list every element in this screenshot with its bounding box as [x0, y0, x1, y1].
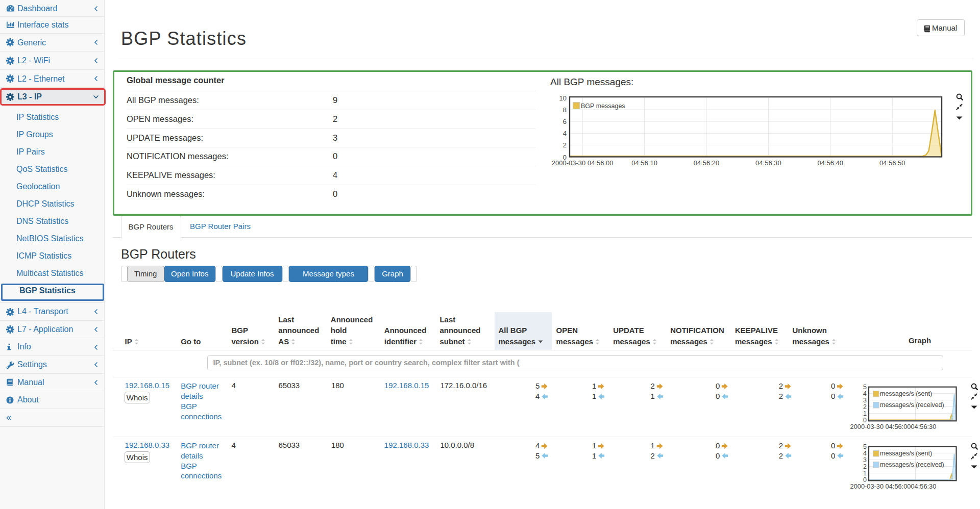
svg-text:04:56:20: 04:56:20	[694, 159, 720, 167]
svg-text:2: 2	[863, 403, 867, 411]
svg-text:2000-03-30 04:56:00: 2000-03-30 04:56:00	[850, 423, 911, 430]
svg-text:BGP messages: BGP messages	[581, 103, 625, 110]
svg-text:1: 1	[863, 470, 867, 477]
svg-text:6: 6	[563, 118, 567, 125]
svg-text:04:56:30: 04:56:30	[911, 423, 936, 430]
svg-text:3: 3	[863, 456, 867, 464]
svg-text:messages/s (sent): messages/s (sent)	[880, 450, 932, 457]
svg-text:04:56:50: 04:56:50	[879, 159, 905, 167]
svg-text:messages/s (sent): messages/s (sent)	[880, 390, 932, 397]
svg-text:04:56:30: 04:56:30	[911, 482, 936, 490]
svg-text:10: 10	[559, 94, 567, 102]
svg-text:8: 8	[563, 106, 567, 114]
svg-text:4: 4	[863, 449, 867, 456]
svg-text:4: 4	[563, 130, 567, 137]
svg-text:3: 3	[863, 397, 867, 404]
svg-text:4: 4	[863, 390, 867, 397]
svg-text:2000-03-30 04:56:00: 2000-03-30 04:56:00	[552, 159, 614, 167]
svg-text:messages/s (received): messages/s (received)	[880, 401, 944, 409]
svg-text:04:56:30: 04:56:30	[755, 159, 781, 167]
svg-text:2: 2	[563, 141, 567, 149]
svg-text:2: 2	[863, 463, 867, 470]
svg-text:5: 5	[863, 384, 867, 391]
svg-text:04:56:10: 04:56:10	[631, 159, 657, 167]
svg-text:1: 1	[863, 410, 867, 417]
svg-text:04:56:40: 04:56:40	[817, 159, 843, 167]
svg-text:messages/s (received): messages/s (received)	[880, 461, 944, 468]
svg-text:5: 5	[863, 443, 867, 450]
svg-text:2000-03-30 04:56:00: 2000-03-30 04:56:00	[850, 482, 911, 490]
